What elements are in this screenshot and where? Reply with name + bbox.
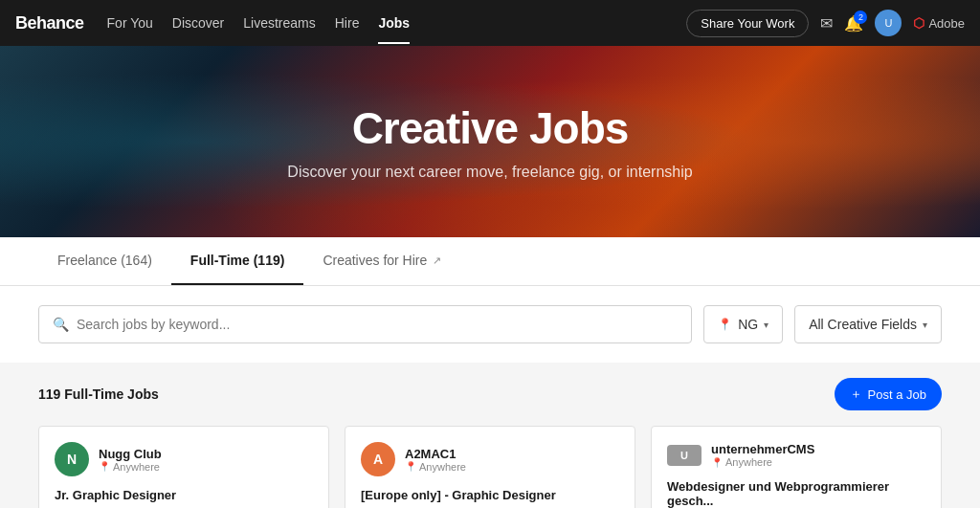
plus-icon: ＋ bbox=[850, 386, 862, 403]
search-input-wrap: 🔍 bbox=[38, 305, 692, 343]
nav-item-livestreams[interactable]: Livestreams bbox=[243, 15, 315, 31]
company-logo: U bbox=[667, 445, 702, 466]
location-pin-icon: 📍 bbox=[711, 457, 723, 468]
company-name: Nugg Club bbox=[99, 447, 162, 461]
results-count: 119 Full-Time Jobs bbox=[38, 387, 159, 402]
chevron-down-icon: ▾ bbox=[764, 320, 768, 330]
creative-fields-filter[interactable]: All Creative Fields ▾ bbox=[794, 305, 942, 343]
results-section: 119 Full-Time Jobs ＋ Post a Job N Nugg C… bbox=[0, 363, 980, 508]
job-title: Jr. Graphic Designer bbox=[55, 488, 313, 502]
job-card[interactable]: U unternehmerCMS 📍 Anywhere Webdesigner … bbox=[651, 426, 942, 508]
tabs-list: Freelance (164) Full-Time (119) Creative… bbox=[38, 237, 942, 285]
company-logo: N bbox=[55, 442, 89, 476]
nav-links: For You Discover Livestreams Hire Jobs bbox=[107, 15, 411, 31]
tab-fulltime[interactable]: Full-Time (119) bbox=[171, 237, 304, 285]
job-card-top: A A2MAC1 📍 Anywhere bbox=[361, 442, 619, 476]
results-header: 119 Full-Time Jobs ＋ Post a Job bbox=[38, 378, 942, 410]
nav-item-discover[interactable]: Discover bbox=[172, 15, 224, 31]
post-job-button[interactable]: ＋ Post a Job bbox=[835, 378, 942, 410]
job-card[interactable]: N Nugg Club 📍 Anywhere Jr. Graphic Desig… bbox=[38, 426, 329, 508]
search-section: 🔍 📍 NG ▾ All Creative Fields ▾ bbox=[0, 286, 980, 363]
navbar: Behance For You Discover Livestreams Hir… bbox=[0, 0, 980, 46]
company-logo: A bbox=[361, 442, 395, 476]
chevron-down-icon-2: ▾ bbox=[923, 320, 927, 330]
company-info: Nugg Club 📍 Anywhere bbox=[99, 447, 162, 473]
brand-logo[interactable]: Behance bbox=[15, 13, 84, 33]
company-name: A2MAC1 bbox=[405, 447, 466, 461]
company-location: 📍 Anywhere bbox=[405, 461, 466, 473]
job-title: Webdesigner und Webprogrammierer gesch..… bbox=[667, 479, 925, 508]
messages-button[interactable]: ✉ bbox=[820, 14, 833, 33]
company-name: unternehmerCMS bbox=[711, 442, 814, 456]
search-icon: 🔍 bbox=[53, 317, 69, 332]
external-link-icon: ↗ bbox=[433, 254, 441, 267]
avatar[interactable]: U bbox=[875, 10, 902, 36]
search-input[interactable] bbox=[77, 317, 678, 332]
adobe-logo: ⬡ Adobe bbox=[913, 15, 965, 31]
tab-freelance[interactable]: Freelance (164) bbox=[38, 237, 171, 285]
company-location: 📍 Anywhere bbox=[99, 461, 162, 473]
hero-section: Creative Jobs Discover your next career … bbox=[0, 46, 980, 237]
search-row: 🔍 📍 NG ▾ All Creative Fields ▾ bbox=[38, 305, 942, 343]
nav-item-jobs[interactable]: Jobs bbox=[378, 15, 410, 31]
job-card-top: N Nugg Club 📍 Anywhere bbox=[55, 442, 313, 476]
tabs-section: Freelance (164) Full-Time (119) Creative… bbox=[0, 237, 980, 286]
adobe-icon: ⬡ bbox=[913, 15, 924, 31]
job-card-top: U unternehmerCMS 📍 Anywhere bbox=[667, 442, 925, 468]
company-location: 📍 Anywhere bbox=[711, 456, 814, 468]
job-cards: N Nugg Club 📍 Anywhere Jr. Graphic Desig… bbox=[38, 426, 942, 508]
notification-badge: 2 bbox=[854, 11, 867, 24]
location-pin-icon: 📍 bbox=[99, 461, 110, 472]
location-pin-icon: 📍 bbox=[405, 461, 416, 472]
job-card[interactable]: A A2MAC1 📍 Anywhere [Europe only] - Grap… bbox=[345, 426, 635, 508]
location-filter[interactable]: 📍 NG ▾ bbox=[703, 305, 783, 343]
company-info: A2MAC1 📍 Anywhere bbox=[405, 447, 466, 473]
tab-creatives[interactable]: Creatives for Hire ↗ bbox=[303, 237, 460, 285]
nav-item-for-you[interactable]: For You bbox=[107, 15, 153, 31]
nav-item-hire[interactable]: Hire bbox=[335, 15, 360, 31]
hero-title: Creative Jobs bbox=[352, 102, 629, 154]
hero-subtitle: Discover your next career move, freelanc… bbox=[287, 164, 692, 181]
company-info: unternehmerCMS 📍 Anywhere bbox=[711, 442, 814, 468]
share-button[interactable]: Share Your Work bbox=[686, 10, 809, 37]
location-pin-icon: 📍 bbox=[718, 318, 732, 331]
notifications-button[interactable]: 🔔 2 bbox=[844, 14, 863, 33]
mail-icon: ✉ bbox=[820, 14, 833, 33]
job-title: [Europe only] - Graphic Designer bbox=[361, 488, 619, 502]
navbar-right: Share Your Work ✉ 🔔 2 U ⬡ Adobe bbox=[686, 10, 965, 37]
